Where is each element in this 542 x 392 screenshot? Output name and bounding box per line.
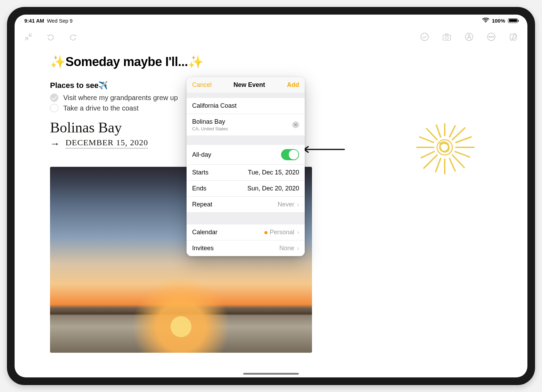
svg-point-4: [465, 33, 473, 41]
status-bar: 9:41 AM Wed Sep 9 100%: [15, 15, 527, 25]
calendar-row[interactable]: Calendar Personal›: [187, 224, 305, 240]
volume-down-button: [58, 12, 75, 15]
svg-point-7: [491, 36, 492, 38]
checkbox-unchecked-icon[interactable]: [50, 104, 58, 112]
all-day-row: All-day: [187, 145, 305, 165]
ends-value: Sun, Dec 20, 2020: [247, 185, 299, 192]
checklist-item-label: Visit where my grandparents grew up: [63, 94, 178, 102]
compose-icon[interactable]: [509, 32, 518, 42]
cancel-button[interactable]: Cancel: [192, 81, 212, 89]
screen: 9:41 AM Wed Sep 9 100%: [15, 15, 527, 377]
collapse-icon[interactable]: [24, 32, 33, 42]
new-event-popover: Cancel New Event Add California Coast Bo…: [187, 77, 305, 256]
more-icon[interactable]: [486, 32, 496, 42]
status-time: 9:41 AM: [24, 18, 44, 24]
volume-up-button: [38, 12, 54, 15]
all-day-toggle[interactable]: [281, 149, 299, 160]
battery-icon: [508, 18, 518, 23]
status-date: Wed Sep 9: [47, 18, 73, 24]
chevron-right-icon: ›: [297, 201, 299, 208]
repeat-label: Repeat: [192, 201, 212, 208]
home-indicator[interactable]: [243, 373, 299, 375]
event-location-field[interactable]: Bolinas Bay CA, United States ✕: [187, 114, 305, 136]
markup-icon[interactable]: [464, 32, 474, 42]
arrow-right-icon: →: [50, 138, 60, 149]
svg-point-3: [445, 36, 449, 39]
event-title-field[interactable]: California Coast: [187, 98, 305, 114]
camera-icon[interactable]: [442, 32, 452, 42]
power-button: [12, 44, 15, 66]
battery-percent: 100%: [492, 18, 505, 24]
popover-separator: [187, 93, 305, 98]
chevron-right-icon: ›: [297, 245, 299, 252]
checklist-icon[interactable]: [420, 32, 429, 42]
calendar-color-dot-icon: [264, 231, 268, 234]
sun-drawing-icon: [403, 115, 479, 185]
popover-separator: [187, 136, 305, 145]
invitees-row[interactable]: Invitees None›: [187, 240, 305, 256]
invitees-value: None: [279, 245, 294, 252]
all-day-label: All-day: [192, 151, 211, 158]
svg-point-8: [493, 36, 494, 38]
clear-location-icon[interactable]: ✕: [292, 121, 299, 128]
ends-label: Ends: [192, 185, 206, 192]
repeat-value: Never: [278, 201, 294, 208]
invitees-label: Invitees: [192, 245, 214, 252]
svg-point-1: [421, 33, 428, 41]
ends-row[interactable]: Ends Sun, Dec 20, 2020: [187, 181, 305, 197]
add-button[interactable]: Add: [287, 81, 299, 89]
event-title-value: California Coast: [192, 102, 237, 109]
svg-point-6: [489, 36, 490, 38]
popover-title: New Event: [233, 81, 265, 89]
checklist-item-label: Take a drive to the coast: [63, 104, 139, 112]
popover-separator: [187, 213, 305, 224]
chevron-right-icon: ›: [297, 229, 299, 236]
svg-rect-2: [443, 35, 451, 40]
starts-value: Tue, Dec 15, 2020: [248, 169, 299, 176]
note-title: ✨Someday maybe I'll...✨: [50, 55, 507, 69]
undo-icon[interactable]: [46, 32, 56, 42]
starts-label: Starts: [192, 169, 208, 176]
calendar-label: Calendar: [192, 229, 217, 236]
checkbox-checked-icon[interactable]: [50, 93, 58, 102]
event-location-sub: CA, United States: [192, 126, 228, 131]
handwriting-date: DECEMBER 15, 2020: [65, 138, 148, 148]
svg-point-0: [485, 21, 486, 22]
popover-header: Cancel New Event Add: [187, 77, 305, 93]
ipad-device-frame: 9:41 AM Wed Sep 9 100%: [7, 7, 535, 385]
wifi-icon: [482, 18, 489, 24]
starts-row[interactable]: Starts Tue, Dec 15, 2020: [187, 165, 305, 181]
calendar-value: Personal: [270, 229, 294, 236]
note-toolbar: [15, 28, 527, 46]
arrow-left-drawn-icon: [302, 146, 345, 153]
redo-icon[interactable]: [68, 32, 78, 42]
event-location-value: Bolinas Bay: [192, 118, 228, 125]
repeat-row[interactable]: Repeat Never›: [187, 197, 305, 213]
